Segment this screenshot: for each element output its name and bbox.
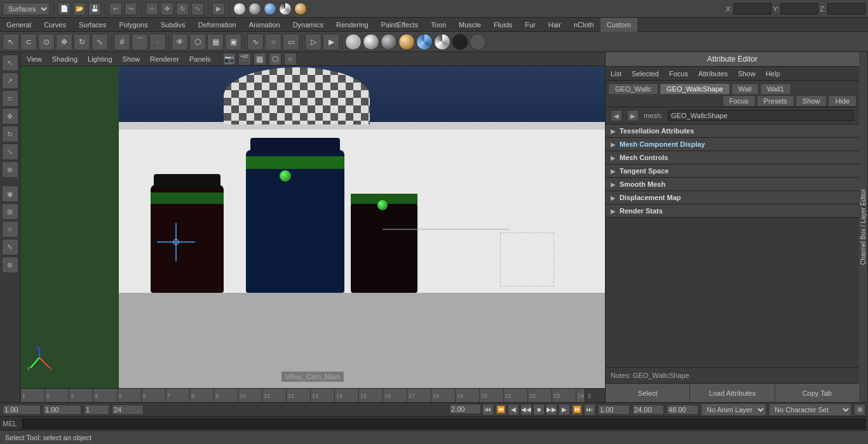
attr-presets-btn[interactable]: Presets: [757, 95, 794, 107]
sphere-dark-icon[interactable]: [248, 3, 261, 15]
rotate-btn[interactable]: ↻: [2, 126, 18, 142]
new-file-icon[interactable]: 📄: [58, 3, 71, 15]
show-menu[interactable]: Show: [119, 52, 144, 66]
shading-sphere-7-icon[interactable]: [452, 34, 468, 50]
attr-tab-geo-wallc[interactable]: GEO_Wallc: [608, 83, 658, 94]
sphere-plain-icon[interactable]: [233, 3, 246, 15]
render-region-icon[interactable]: ▷: [305, 34, 322, 50]
menu-muscle[interactable]: Muscle: [452, 18, 487, 32]
play-back-btn[interactable]: ◀◀: [520, 404, 532, 415]
sphere-gold-icon[interactable]: [294, 3, 307, 15]
scale-btn[interactable]: ⤡: [2, 144, 18, 160]
vp-smooth-icon[interactable]: ○: [284, 53, 297, 65]
attr-section-renderstats-header[interactable]: ▶ Render Stats: [606, 205, 859, 217]
ipr-icon[interactable]: ▶: [323, 34, 339, 50]
attr-focus-btn[interactable]: Focus: [722, 95, 756, 107]
skip-start-btn[interactable]: ⏮: [482, 404, 494, 415]
menu-dynamics[interactable]: Dynamics: [287, 18, 330, 32]
renderer-menu[interactable]: Renderer: [146, 52, 183, 66]
paint-select-icon[interactable]: ⊙: [38, 34, 55, 50]
shading-sphere-6-icon[interactable]: [434, 34, 451, 50]
shading-sphere-1-icon[interactable]: [345, 34, 362, 50]
play-fwd-btn[interactable]: ▶▶: [546, 404, 557, 415]
snap-btn[interactable]: ⊹: [2, 221, 18, 238]
end-frame-input[interactable]: [112, 405, 144, 415]
select-button[interactable]: Select: [606, 384, 690, 402]
move-icon[interactable]: ✥: [161, 3, 173, 15]
select-icon[interactable]: ⊹: [146, 3, 158, 15]
skip-end-btn[interactable]: ⏭: [584, 404, 595, 415]
attr-selected-menu[interactable]: Selected: [627, 67, 664, 81]
redo-icon[interactable]: ↪: [125, 3, 137, 15]
move-btn[interactable]: ✥: [2, 108, 18, 124]
attr-next-btn[interactable]: ▶: [627, 110, 639, 121]
menu-fur[interactable]: Fur: [519, 18, 542, 32]
snap-grid-icon[interactable]: #: [114, 34, 130, 50]
menu-subdivs[interactable]: Subdivs: [154, 18, 192, 32]
stop-btn[interactable]: ■: [533, 404, 545, 415]
menu-toon[interactable]: Toon: [424, 18, 452, 32]
y-input[interactable]: [780, 3, 818, 15]
vp-wire-icon[interactable]: ⬡: [269, 53, 281, 65]
attr-help-menu[interactable]: Help: [761, 67, 785, 81]
shading-menu[interactable]: Shading: [48, 52, 81, 66]
show-hide-icon[interactable]: 👁: [172, 34, 188, 50]
attr-section-mesh-component-header[interactable]: ▶ Mesh Component Display: [606, 138, 859, 151]
attr-attributes-menu[interactable]: Attributes: [693, 67, 733, 81]
view-menu[interactable]: View: [23, 52, 46, 66]
sphere-metal-icon[interactable]: [279, 3, 292, 15]
shading-sphere-2-icon[interactable]: [363, 34, 379, 50]
attr-section-tessellation-header[interactable]: ▶ Tessellation Attributes: [606, 124, 859, 137]
wireframe-icon[interactable]: ⬡: [189, 34, 206, 50]
arrow-select2-btn[interactable]: ↗: [2, 72, 18, 89]
attr-tab-wall[interactable]: Wall: [731, 83, 759, 94]
menu-general[interactable]: General: [0, 18, 37, 32]
open-file-icon[interactable]: 📂: [73, 3, 86, 15]
cam-icon[interactable]: 📷: [223, 53, 236, 65]
step-back-btn[interactable]: ◀: [508, 404, 519, 415]
vp-shade-icon[interactable]: ▦: [254, 53, 266, 65]
mel-input[interactable]: [22, 419, 865, 429]
shading-sphere-3-icon[interactable]: [381, 34, 397, 50]
nurbscircle-icon[interactable]: ○: [265, 34, 281, 50]
scale-icon[interactable]: ⤡: [191, 3, 204, 15]
attr-focus-menu[interactable]: Focus: [664, 67, 693, 81]
attr-show-btn[interactable]: Show: [796, 95, 827, 107]
current-time-input[interactable]: [3, 405, 41, 415]
timeline-numbers[interactable]: 1 2 3 4 5 6 7 8 9 10 11 12 13 14 15 16 1: [20, 389, 585, 403]
range-max-input[interactable]: [667, 405, 698, 415]
soft-select-btn[interactable]: ◉: [2, 185, 18, 202]
sphere-blue-icon[interactable]: [264, 3, 276, 15]
frame-input[interactable]: [84, 405, 109, 415]
attr-prev-btn[interactable]: ◀: [611, 110, 622, 121]
menu-rendering[interactable]: Rendering: [330, 18, 375, 32]
shading-sphere-5-icon[interactable]: [416, 34, 433, 50]
anim-layer-dropdown[interactable]: No Anim Layer: [701, 403, 766, 416]
attr-section-smooth-header[interactable]: ▶ Smooth Mesh: [606, 178, 859, 191]
lasso-btn[interactable]: ⊂: [2, 90, 18, 107]
menu-custom[interactable]: Custom: [600, 18, 637, 32]
menu-animation[interactable]: Animation: [243, 18, 287, 32]
shading-sphere-8-icon[interactable]: [470, 34, 486, 50]
texture-icon[interactable]: ▣: [225, 34, 241, 50]
show-manip-btn[interactable]: ⊞: [2, 203, 18, 220]
character-set-dropdown[interactable]: No Character Set: [769, 403, 851, 416]
rotate-tool-icon[interactable]: ↻: [74, 34, 90, 50]
channel-box-label[interactable]: Channel Box / Layer Editor: [859, 52, 868, 402]
rotate-icon[interactable]: ↻: [176, 3, 189, 15]
range-end-input[interactable]: [632, 405, 664, 415]
auto-key-btn[interactable]: ⊕: [854, 404, 865, 415]
attr-section-mesh-controls-header[interactable]: ▶ Mesh Controls: [606, 151, 859, 164]
step-fwd-btn[interactable]: ▶: [559, 404, 570, 415]
menu-polygons[interactable]: Polygons: [112, 18, 154, 32]
arrow-select-btn[interactable]: ↖: [2, 55, 18, 71]
menu-fluids[interactable]: Fluids: [487, 18, 519, 32]
current-time-input2[interactable]: [43, 405, 81, 415]
film-icon[interactable]: 🎬: [238, 53, 251, 65]
menu-curves[interactable]: Curves: [37, 18, 72, 32]
menu-surfaces[interactable]: Surfaces: [72, 18, 112, 32]
curve-icon[interactable]: ∿: [247, 34, 264, 50]
menu-hair[interactable]: Hair: [542, 18, 567, 32]
z-input[interactable]: [827, 3, 865, 15]
undo-icon[interactable]: ↩: [109, 3, 122, 15]
